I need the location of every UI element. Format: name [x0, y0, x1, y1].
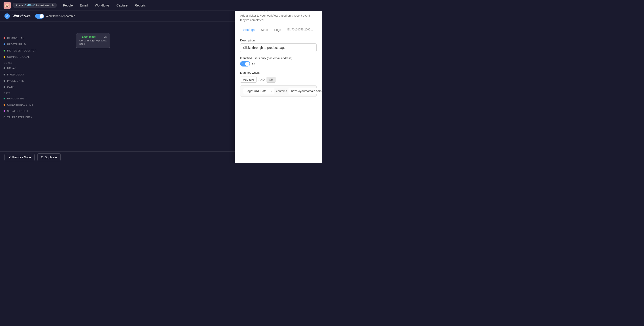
identified-users-group: Identified users only (has email address…	[240, 56, 317, 67]
matches-section: Matches when: Add rule AND OR Page: URL …	[240, 71, 317, 97]
chevron-down-icon: ▾	[271, 90, 272, 92]
description-input[interactable]	[240, 43, 317, 52]
panel-item-increment-counter[interactable]: INCREMENT COUNTER	[0, 48, 45, 54]
identified-toggle[interactable]: ✓	[240, 61, 250, 67]
panel-item-fixed-delay[interactable]: FIXED DELAY	[0, 71, 45, 78]
search-pill[interactable]: Press CMD+K to fast search	[12, 3, 57, 8]
panel-item-delay[interactable]: DELAY	[0, 65, 45, 71]
app-logo: 🐷	[4, 2, 11, 9]
delay-dot	[4, 67, 5, 69]
left-panel: REMOVE TAG UPDATE FIELD INCREMENT COUNTE…	[0, 22, 45, 152]
toggle-check-icon: ✓	[242, 62, 244, 65]
random-split-dot	[4, 98, 5, 99]
workflow-toggle-label: Workflow is repeatable	[46, 14, 75, 18]
nav-capture[interactable]: Capture	[114, 3, 130, 8]
tab-logs[interactable]: Logs	[271, 26, 284, 34]
duplicate-button[interactable]: ⧉ Duplicate	[37, 153, 60, 161]
matches-controls: Add rule AND OR	[240, 77, 317, 83]
workflow-header: ⚙ Workflows Workflow is repeatable	[0, 11, 235, 22]
update-field-dot	[4, 43, 5, 45]
identified-toggle-row: ✓ On	[240, 61, 317, 67]
nav-people[interactable]: People	[60, 3, 76, 8]
tab-stats[interactable]: Stats	[258, 26, 271, 34]
rule-field-selector[interactable]: Page: URL Path ▾	[243, 88, 274, 94]
divider-gate: Gate	[0, 91, 45, 95]
segment-split-dot	[4, 110, 5, 112]
panel-item-complete-goal[interactable]: COMPLETE GOAL	[0, 54, 45, 60]
nav-workflows[interactable]: Workflows	[92, 3, 112, 8]
nav-email[interactable]: Email	[77, 3, 90, 8]
panel-tabs: Settings Stats Logs ID: 7012d753-2565-47…	[235, 26, 322, 34]
rule-value-input[interactable]	[289, 88, 322, 94]
panel-item-pause-until[interactable]: PAUSE UNTIL	[0, 78, 45, 84]
or-button[interactable]: OR	[266, 77, 276, 83]
description-group: Description	[240, 39, 317, 52]
teleporter-dot	[4, 116, 5, 118]
workflow-title: Workflows	[12, 14, 31, 18]
remove-node-button[interactable]: ✕ Remove Node	[4, 153, 35, 161]
duplicate-icon: ⧉	[41, 155, 44, 159]
panel-item-random-split[interactable]: RANDOM SPLIT	[0, 95, 45, 102]
node-body: Clicks through to product page	[80, 39, 107, 46]
gate-dot	[4, 86, 5, 88]
increment-counter-dot	[4, 50, 5, 52]
divider-goals: Goals	[0, 61, 45, 65]
panel-item-teleporter[interactable]: TELEPORTER BETA	[0, 114, 45, 120]
and-label: AND	[258, 78, 264, 81]
panel-subtitle: Add a visitor to your workflow based on …	[240, 14, 317, 22]
panel-item-update-field[interactable]: UPDATE FIELD	[0, 41, 45, 48]
fixed-delay-dot	[4, 74, 5, 75]
panel-content: Description Identified users only (has e…	[235, 34, 322, 163]
panel-item-remove-tag[interactable]: REMOVE TAG	[0, 35, 45, 41]
node-header: ● Event Trigger 2k	[80, 36, 107, 38]
description-label: Description	[240, 39, 317, 42]
tab-settings[interactable]: Settings	[240, 26, 258, 34]
workflow-repeatable-toggle[interactable]	[35, 14, 44, 19]
remove-node-icon: ✕	[8, 155, 11, 159]
panel-id: ID: 7012d753-2565-47d3-8f73-ead14cbb2a58	[284, 26, 317, 34]
rule-operator: contains	[276, 89, 287, 93]
canvas-event-node[interactable]: ● Event Trigger 2k Clicks through to pro…	[76, 33, 110, 48]
pause-until-dot	[4, 80, 5, 82]
rule-row: Page: URL Path ▾ contains Delete	[240, 85, 317, 97]
nav-reports[interactable]: Reports	[132, 3, 148, 8]
panel-item-conditional-split[interactable]: CONDITIONAL SPLIT	[0, 102, 45, 108]
workflow-toggle-wrapper: Workflow is repeatable	[35, 14, 75, 19]
complete-goal-dot	[4, 56, 5, 58]
top-nav: 🐷 Press CMD+K to fast search People Emai…	[0, 0, 322, 11]
matches-label: Matches when:	[240, 71, 317, 74]
workflow-icon: ⚙	[4, 14, 10, 19]
identified-label: Identified users only (has email address…	[240, 56, 317, 60]
remove-tag-dot	[4, 37, 5, 39]
add-rule-button[interactable]: Add rule	[240, 77, 257, 83]
panel-item-gate[interactable]: GATE	[0, 84, 45, 90]
panel-item-segment-split[interactable]: SEGMENT SPLIT	[0, 108, 45, 114]
conditional-split-dot	[4, 104, 5, 106]
event-trigger-panel: Event Trigger × Add a visitor to your wo…	[235, 0, 322, 163]
toggle-on-label: On	[252, 62, 256, 66]
